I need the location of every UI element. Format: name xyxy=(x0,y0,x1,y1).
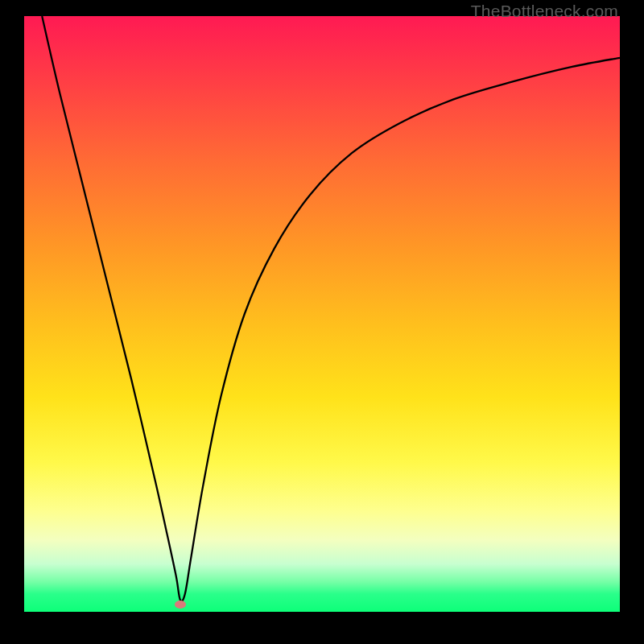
watermark-label: TheBottleneck.com xyxy=(471,2,618,21)
plot-area xyxy=(24,16,620,612)
bottleneck-curve xyxy=(42,16,620,601)
curve-layer xyxy=(24,16,620,612)
minimum-marker-icon xyxy=(175,601,186,609)
chart-frame xyxy=(24,16,620,612)
